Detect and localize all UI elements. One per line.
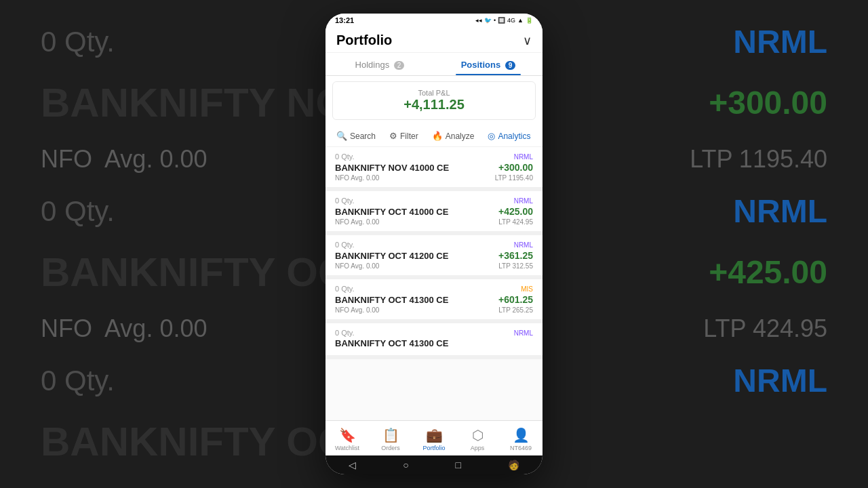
search-button[interactable]: 🔍 Search	[331, 128, 381, 144]
pos-qty: 0 Qty.	[335, 197, 355, 205]
portfolio-icon: 💼	[426, 427, 443, 443]
status-icons: ◂◂ 🐦 • 🔲 4G ▲ 🔋	[475, 17, 533, 24]
filter-icon: ⚙	[389, 131, 397, 141]
watchlist-label: Watchlist	[335, 445, 359, 451]
bg-pnl-2: +425.00	[709, 253, 827, 291]
pos-qty: 0 Qty.	[335, 152, 355, 161]
analytics-label: Analytics	[498, 131, 530, 141]
pos-name: BANKNIFTY OCT 41200 CE	[335, 251, 448, 261]
phone-frame: 13:21 ◂◂ 🐦 • 🔲 4G ▲ 🔋 Portfolio ∨ Holdin…	[326, 14, 542, 474]
network-icon: 4G	[507, 17, 515, 24]
pos-badge-nrml: NRML	[514, 153, 533, 161]
total-pnl-value: +4,111.25	[340, 97, 528, 113]
home-sys-button[interactable]: ○	[403, 460, 408, 470]
bg-avg-2: NFO Avg. 0.00	[41, 314, 207, 343]
pos-qty: 0 Qty.	[335, 329, 355, 337]
pos-name: BANKNIFTY OCT 41000 CE	[335, 207, 448, 217]
pos-avg: NFO Avg. 0.00	[335, 174, 379, 182]
watchlist-icon: 🔖	[339, 427, 356, 443]
signal-dot: •	[494, 17, 496, 24]
nav-item-apps[interactable]: ⬡ Apps	[456, 427, 499, 451]
pos-badge-nrml: NRML	[514, 329, 533, 337]
battery-icon: 🔋	[526, 17, 533, 24]
positions-label: Positions	[461, 60, 501, 70]
pos-pnl: +361.25	[498, 250, 533, 261]
holdings-badge: 2	[394, 61, 405, 70]
pos-avg: NFO Avg. 0.00	[335, 306, 379, 314]
orders-icon: 📋	[382, 427, 399, 443]
position-item[interactable]: 0 Qty. NRML BANKNIFTY OCT 41000 CE +425.…	[326, 191, 542, 235]
pos-qty: 0 Qty.	[335, 285, 355, 293]
bg-qty-3: 0 Qty.	[41, 365, 115, 397]
analyze-label: Analyze	[446, 131, 475, 141]
analyze-icon: 🔥	[432, 131, 443, 141]
bg-nrml-1: NRML	[733, 23, 827, 60]
pos-ltp: LTP 424.95	[498, 218, 533, 226]
twitter-icon: 🐦	[484, 17, 492, 24]
status-time: 13:21	[335, 16, 354, 24]
bg-qty-2: 0 Qty.	[41, 195, 115, 228]
action-bar: 🔍 Search ⚙ Filter 🔥 Analyze ◎ Analytics	[326, 125, 542, 147]
orders-label: Orders	[381, 445, 400, 451]
search-icon: 🔍	[336, 131, 347, 141]
back-icon: ◂◂	[475, 17, 482, 24]
bg-ltp-1: LTP 1195.40	[690, 145, 827, 174]
position-item[interactable]: 0 Qty. NRML BANKNIFTY OCT 41200 CE +361.…	[326, 235, 542, 279]
portfolio-title: Portfolio	[336, 33, 392, 48]
pos-badge-nrml: NRML	[514, 241, 533, 249]
pos-name: BANKNIFTY NOV 41000 CE	[335, 163, 449, 173]
back-sys-button[interactable]: ◁	[349, 460, 356, 470]
bg-pnl-1: +300.00	[709, 84, 827, 121]
apps-label: Apps	[471, 445, 485, 451]
bg-nrml-3: NRML	[733, 362, 827, 399]
analytics-button[interactable]: ◎ Analytics	[482, 128, 536, 144]
pos-ltp: LTP 265.25	[498, 306, 533, 314]
filter-button[interactable]: ⚙ Filter	[384, 128, 424, 144]
bg-ltp-2: LTP 424.95	[703, 314, 827, 343]
apps-icon: ⬡	[472, 427, 484, 443]
positions-badge: 9	[505, 61, 516, 70]
position-item[interactable]: 0 Qty. NRML BANKNIFTY OCT 41300 CE	[326, 323, 542, 359]
analytics-icon: ◎	[488, 131, 495, 141]
nav-item-orders[interactable]: 📋 Orders	[369, 427, 412, 451]
pos-avg: NFO Avg. 0.00	[335, 218, 379, 226]
pos-ltp: LTP 312.55	[498, 262, 533, 270]
tab-positions[interactable]: Positions 9	[434, 53, 542, 75]
nav-item-portfolio[interactable]: 💼 Portfolio	[412, 427, 456, 451]
bg-avg-1: NFO Avg. 0.00	[41, 145, 207, 174]
pos-pnl: +601.25	[498, 294, 533, 305]
profile-icon: 👤	[513, 427, 530, 443]
analyze-button[interactable]: 🔥 Analyze	[427, 128, 480, 144]
bg-qty-1: 0 Qty.	[41, 26, 115, 58]
pos-name: BANKNIFTY OCT 41300 CE	[335, 338, 448, 348]
status-bar: 13:21 ◂◂ 🐦 • 🔲 4G ▲ 🔋	[326, 14, 542, 27]
sim-icon: 🔲	[498, 17, 505, 24]
pos-qty: 0 Qty.	[335, 241, 355, 249]
pos-pnl: +300.00	[498, 162, 533, 173]
pos-pnl: +425.00	[498, 206, 533, 217]
tabs-row: Holdings 2 Positions 9	[326, 53, 542, 76]
position-item[interactable]: 0 Qty. NRML BANKNIFTY NOV 41000 CE +300.…	[326, 147, 542, 191]
portfolio-header: Portfolio ∨	[326, 27, 542, 53]
accessibility-sys-button[interactable]: 🧑	[508, 460, 519, 470]
bg-nrml-2: NRML	[733, 192, 827, 230]
pos-avg: NFO Avg. 0.00	[335, 262, 379, 270]
filter-label: Filter	[400, 131, 418, 141]
position-item[interactable]: 0 Qty. MIS BANKNIFTY OCT 41300 CE +601.2…	[326, 279, 542, 323]
total-pnl-label: Total P&L	[340, 89, 528, 97]
pos-ltp: LTP 1195.40	[495, 174, 533, 182]
nav-item-profile[interactable]: 👤 NT6469	[499, 427, 542, 451]
holdings-label: Holdings	[355, 60, 390, 70]
recents-sys-button[interactable]: □	[455, 460, 460, 470]
chevron-down-icon[interactable]: ∨	[523, 33, 532, 48]
bottom-nav: 🔖 Watchlist 📋 Orders 💼 Portfolio ⬡ Apps …	[326, 420, 542, 455]
portfolio-nav-label: Portfolio	[422, 445, 445, 451]
tab-holdings[interactable]: Holdings 2	[326, 53, 434, 75]
nav-item-watchlist[interactable]: 🔖 Watchlist	[326, 427, 369, 451]
signal-icon: ▲	[517, 17, 524, 24]
total-pnl-card: Total P&L +4,111.25	[332, 81, 536, 120]
pos-badge-mis: MIS	[521, 285, 533, 293]
positions-list[interactable]: 0 Qty. NRML BANKNIFTY NOV 41000 CE +300.…	[326, 147, 542, 420]
profile-label: NT6469	[510, 445, 532, 451]
pos-name: BANKNIFTY OCT 41300 CE	[335, 295, 448, 305]
